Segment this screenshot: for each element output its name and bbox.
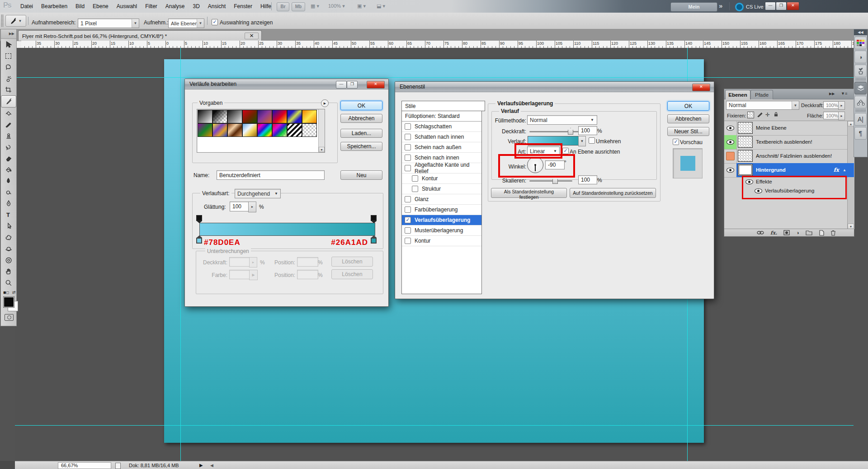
close-button[interactable]: ✕ <box>787 2 799 10</box>
restore-button[interactable]: ❐ <box>776 2 787 10</box>
gradient-preset-orange-yellow-orange[interactable] <box>302 110 316 123</box>
tool-spot-healing-brush[interactable] <box>1 108 15 119</box>
tool-preset-picker[interactable]: ▼ <box>5 15 26 27</box>
tool-3d-rotate[interactable] <box>1 243 15 254</box>
menu-ebene[interactable]: Ebene <box>89 0 113 13</box>
panel-menu-icon[interactable]: ▼≡ <box>841 91 847 96</box>
gradient-preset-noise-stripes[interactable] <box>288 124 302 136</box>
tool-pen[interactable] <box>1 198 15 209</box>
bridge-button[interactable]: Br <box>277 2 289 11</box>
reset-default-button[interactable]: Auf Standardeinstellung zurücksetzen <box>570 188 656 198</box>
align-checkbox[interactable]: ✓ <box>562 148 569 154</box>
dialog-titlebar[interactable]: Verläufe bearbeiten — ❐ ✕ <box>185 79 388 89</box>
opacity-spinner[interactable]: ▸ <box>838 101 845 110</box>
cancel-button[interactable]: Abbrechen <box>340 114 382 123</box>
scroll-left-icon[interactable]: ◀ <box>210 463 213 468</box>
link-layers-icon[interactable] <box>757 230 764 235</box>
tool-rectangular-marquee[interactable] <box>1 50 15 61</box>
style-checkbox[interactable] <box>405 238 411 244</box>
close-icon[interactable]: ✕ <box>692 84 710 91</box>
preview-checkbox[interactable]: ✓ <box>673 139 679 145</box>
name-field[interactable]: Benutzerdefiniert <box>217 170 325 180</box>
new-style-button[interactable]: Neuer Stil... <box>667 127 709 136</box>
lock-pixels-icon[interactable] <box>757 111 763 118</box>
opacity-stop-right[interactable] <box>371 215 377 222</box>
arrange-documents-icon[interactable]: ▣ ▾ <box>357 3 366 9</box>
sample-layers-dropdown[interactable]: Alle Ebenen▼ <box>168 19 204 28</box>
menu-hilfe[interactable]: Hilfe <box>256 0 275 13</box>
mini-bridge-button[interactable]: Mb <box>292 2 305 11</box>
visibility-well[interactable] <box>724 163 737 177</box>
lock-transparency-icon[interactable] <box>748 112 754 118</box>
new-button[interactable]: Neu <box>340 170 382 180</box>
screen-mode-icon[interactable]: ⬓ ▾ <box>377 3 385 9</box>
options-grip[interactable] <box>1 14 4 27</box>
paths-panel-icon[interactable] <box>854 96 867 108</box>
gradient-preset-black-white[interactable] <box>198 110 212 123</box>
gradient-picker-arrow[interactable]: ▼ <box>578 136 586 146</box>
visibility-well[interactable] <box>724 121 737 135</box>
menu-ansicht[interactable]: Ansicht <box>204 0 230 13</box>
layer-fx-badge[interactable]: fx <box>834 167 839 173</box>
status-menu-icon[interactable]: ▶ <box>199 463 203 468</box>
fill-spinner[interactable]: ▸ <box>838 112 845 120</box>
layers-panel-icon[interactable] <box>854 82 867 94</box>
gradient-type-dropdown[interactable]: Durchgehend▼ <box>235 189 281 198</box>
reverse-checkbox[interactable] <box>589 137 595 144</box>
tool-zoom[interactable] <box>1 277 15 288</box>
new-layer-icon[interactable] <box>819 230 824 236</box>
style-checkbox[interactable] <box>405 227 411 234</box>
gradient-preset-yellow-violet-orange-blue[interactable] <box>213 124 227 136</box>
style-item-fülloptionen-standard[interactable]: Fülloptionen: Standard <box>402 111 481 122</box>
style-item-farbüberlagerung[interactable]: Farbüberlagerung <box>402 205 481 215</box>
ok-button[interactable]: OK <box>667 101 709 111</box>
layer-thumbnail[interactable] <box>738 150 753 162</box>
lock-position-icon[interactable]: ✛ <box>765 112 770 118</box>
tool-paint-bucket[interactable] <box>1 164 15 175</box>
tool-path-selection[interactable] <box>1 220 15 232</box>
style-item-verlaufsüberlagerung[interactable]: ✓Verlaufsüberlagerung <box>402 215 481 225</box>
tab-pfade[interactable]: Pfade <box>750 90 773 99</box>
show-ring-checkbox[interactable]: ✓ <box>212 19 218 25</box>
horizontal-ruler[interactable]: 3530252015105051015202530354045505560657… <box>21 41 854 48</box>
document-tab[interactable]: Flyer mit Retro-Schrift.psd bei 66,7% (H… <box>18 30 262 41</box>
eye-icon[interactable] <box>726 126 734 131</box>
style-item-schlagschatten[interactable]: Schlagschatten <box>402 122 481 132</box>
guide-vertical[interactable] <box>180 48 181 461</box>
layer-thumbnail[interactable] <box>738 122 753 134</box>
scrollbar[interactable]: ▼ <box>318 109 325 152</box>
collapse-icons[interactable]: ▶▶ <box>829 92 835 96</box>
paragraph-panel-icon[interactable]: ¶ <box>854 127 867 140</box>
tool-eraser[interactable] <box>1 153 15 164</box>
tool-hand[interactable] <box>1 266 15 277</box>
gradient-preset-red-green[interactable] <box>243 110 257 123</box>
gradient-preset-transparent-rainbow[interactable] <box>273 124 287 136</box>
menu-analyse[interactable]: Analyse <box>161 0 189 13</box>
tool-move[interactable] <box>1 39 15 50</box>
lock-all-icon[interactable] <box>773 111 779 118</box>
menu-fenster[interactable]: Fenster <box>230 0 256 13</box>
load-button[interactable]: Laden... <box>340 129 382 138</box>
gradient-preview-bar[interactable] <box>199 223 375 236</box>
delete-layer-icon[interactable] <box>830 230 836 236</box>
minimize-icon[interactable]: — <box>336 81 347 89</box>
color-stop-right[interactable] <box>371 235 377 243</box>
style-item-kontur[interactable]: Kontur <box>402 236 481 246</box>
style-checkbox[interactable]: ✓ <box>405 217 411 223</box>
dialog-titlebar[interactable]: Ebenenstil ✕ <box>395 82 714 92</box>
style-item-schein-nach-außen[interactable]: Schein nach außen <box>402 142 481 153</box>
tool-type[interactable]: T <box>1 209 15 220</box>
masks-panel-icon[interactable] <box>854 65 867 77</box>
tool-quick-selection[interactable] <box>1 73 15 84</box>
quick-mask-button[interactable] <box>5 314 14 321</box>
style-checkbox[interactable] <box>412 175 418 182</box>
style-checkbox[interactable] <box>405 134 411 140</box>
gradient-preset-black-transparent[interactable] <box>213 110 227 123</box>
opacity-field[interactable]: 100 <box>578 126 597 135</box>
blend-mode-dropdown[interactable]: Normal▼ <box>527 115 597 125</box>
default-colors-icon[interactable]: ◼◻ <box>3 291 9 295</box>
tool-dodge[interactable] <box>1 187 15 198</box>
tool-blur[interactable] <box>1 175 15 187</box>
tool-history-brush[interactable] <box>1 141 15 153</box>
tool-3d-orbit[interactable] <box>1 254 15 266</box>
